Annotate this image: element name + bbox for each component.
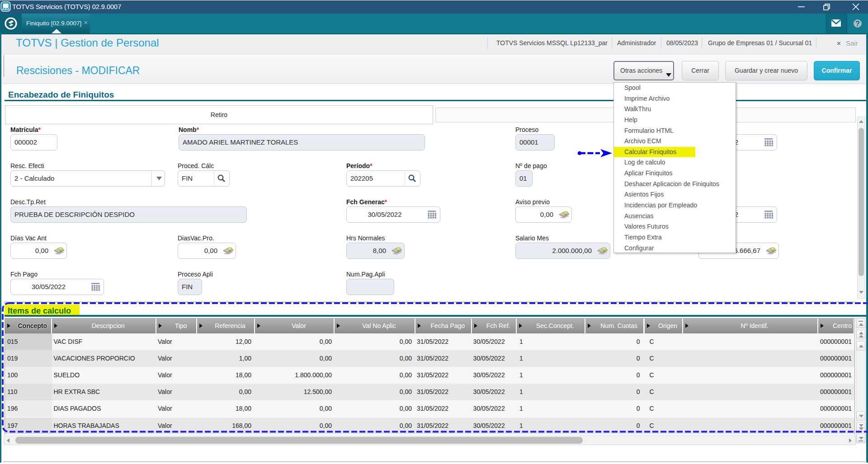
svg-text:?: ? [855,20,860,28]
